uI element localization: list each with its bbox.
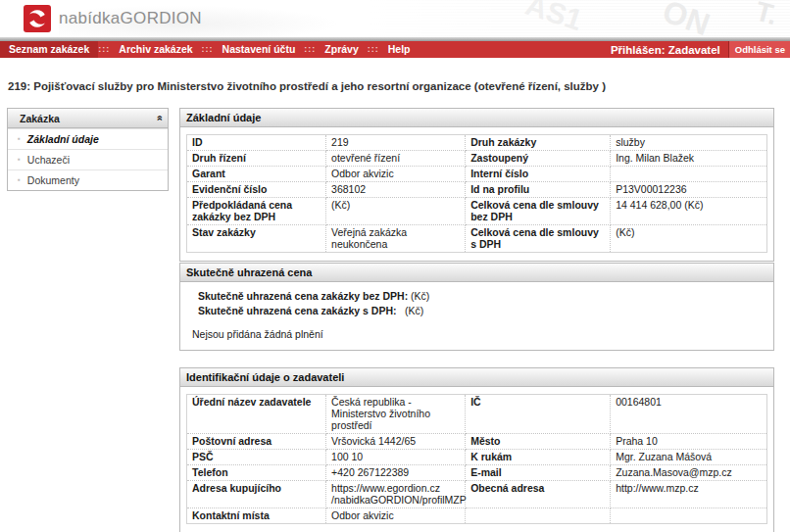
field-value: P13V00012236 (611, 182, 767, 198)
field-label: E-mail (466, 465, 611, 481)
sidebar: Zakázka » ▪ Základní údaje ▪ Uchazeči ▪ … (7, 108, 169, 191)
field-label: Úřední název zadavatele (187, 395, 326, 434)
panel-basic-title: Základní údaje (180, 109, 773, 127)
watermark-text: AS1 (521, 0, 586, 37)
nav-separator-icon: ::: (98, 41, 110, 58)
table-row: Úřední název zadavatele Česká republika … (187, 395, 767, 434)
table-row: Stav zakázky Veřejná zakázka neukončena … (187, 225, 767, 253)
nav-item-help[interactable]: Help (379, 41, 420, 58)
nav-separator-icon: ::: (202, 41, 214, 58)
app-header: AS1 ON T. nabídkaGORDION (0, 0, 790, 37)
field-value: 368102 (326, 182, 466, 198)
field-label: Předpokládaná cena zakázky bez DPH (187, 198, 326, 225)
field-value: Zuzana.Masova@mzp.cz (611, 465, 767, 481)
field-label: Evidenční číslo (187, 182, 326, 198)
bullet-icon: ▪ (18, 176, 21, 184)
brand-name: nabídkaGORDION (59, 9, 202, 28)
field-label: Telefon (187, 465, 326, 481)
field-value: (Kč) (411, 290, 429, 302)
main-nav: Seznam zakázek ::: Archiv zakázek ::: Na… (0, 41, 790, 58)
watermark-text: T. (752, 0, 780, 31)
gordion-logo-icon (24, 5, 51, 32)
field-value: služby (611, 135, 767, 151)
table-row: Kontaktní místa Odbor akvizic (187, 508, 767, 524)
field-value (611, 508, 767, 524)
field-label: Interní číslo (466, 167, 611, 182)
field-label: Zastoupený (466, 151, 611, 167)
sidebar-title: Zakázka (20, 113, 60, 124)
table-row: Garant Odbor akvizic Interní číslo (187, 167, 767, 182)
field-value: 219 (326, 135, 466, 151)
watermark-text: ON (658, 0, 715, 37)
field-label: Skutečně uhrazená cena zakázky s DPH: (198, 304, 402, 318)
table-row: Adresa kupujícího https://www.egordion.c… (187, 481, 767, 508)
field-value: (Kč) (326, 198, 466, 225)
field-label: Druh zakázky (466, 135, 611, 151)
panel-basic-body: ID 219 Druh zakázky služby Druh řízení o… (180, 127, 773, 261)
field-value: 14 414 628,00 (Kč) (611, 198, 767, 225)
contracting-authority-table: Úřední název zadavatele Česká republika … (186, 394, 767, 524)
field-value: Odbor akvizic (326, 167, 466, 182)
panel-ident-title: Identifikační údaje o zadavateli (180, 368, 773, 387)
nav-separator-icon: ::: (304, 41, 316, 58)
sidebar-item-dokumenty[interactable]: ▪ Dokumenty (8, 169, 168, 190)
bullet-icon: ▪ (18, 135, 21, 143)
panel-paid-title: Skutečně uhrazená cena (180, 264, 773, 282)
field-value: Veřejná zakázka neukončena (326, 225, 466, 253)
nav-item-nastaveni-uctu[interactable]: Nastavení účtu (214, 41, 305, 58)
field-value: Mgr. Zuzana Mášová (611, 450, 767, 465)
field-value: 00164801 (611, 395, 767, 434)
field-label: Skutečně uhrazená cena zakázky bez DPH: (198, 289, 408, 304)
field-value: (Kč) (405, 305, 423, 316)
field-value: Ing. Milan Blažek (611, 151, 767, 167)
field-label (466, 508, 611, 524)
basic-info-table: ID 219 Druh zakázky služby Druh řízení o… (186, 134, 767, 253)
sidebar-item-zakladni-udaje[interactable]: ▪ Základní údaje (8, 128, 168, 149)
table-row: ID 219 Druh zakázky služby (187, 135, 767, 151)
field-value (611, 167, 767, 182)
sidebar-item-label: Základní údaje (27, 133, 99, 145)
table-row: PSČ 100 10 K rukám Mgr. Zuzana Mášová (187, 450, 767, 465)
field-value: http://www.mzp.cz (611, 481, 767, 508)
table-row: Poštovní adresa Vršovická 1442/65 Město … (187, 434, 767, 450)
table-row: Telefon +420 267122389 E-mail Zuzana.Mas… (187, 465, 767, 481)
field-label: Id na profilu (466, 182, 611, 198)
panel-paid-body: Skutečně uhrazená cena zakázky bez DPH: … (180, 282, 773, 350)
field-value: Praha 10 (611, 434, 767, 450)
nav-item-archiv-zakazek[interactable]: Archiv zakázek (110, 41, 201, 58)
sidebar-item-label: Dokumenty (27, 174, 79, 186)
logout-button[interactable]: Odhlásit se (728, 41, 790, 58)
field-value: (Kč) (611, 225, 767, 253)
collapse-chevron-icon[interactable]: » (153, 115, 164, 121)
field-label: Druh řízení (187, 151, 326, 167)
header-watermark: AS1 ON T. (369, 0, 790, 37)
empty-performance-note: Nejsou přidána žádná plnění (186, 318, 767, 342)
page-title: 219: Pojišťovací služby pro Ministerstvo… (8, 80, 772, 92)
bullet-icon: ▪ (18, 156, 21, 164)
nav-right-group: Přihlášen: Zadavatel Odhlásit se (611, 41, 790, 58)
panel-basic-info: Základní údaje ID 219 Druh zakázky služb… (179, 108, 774, 262)
field-value: Odbor akvizic (326, 508, 466, 524)
field-value: Česká republika - Ministerstvo životního… (326, 395, 466, 434)
nav-separator-icon: ::: (368, 41, 379, 58)
nav-item-seznam-zakazek[interactable]: Seznam zakázek (0, 41, 98, 58)
panel-paid-price: Skutečně uhrazená cena Skutečně uhrazená… (179, 263, 774, 351)
field-value: +420 267122389 (326, 465, 466, 481)
paid-line: Skutečně uhrazená cena zakázky bez DPH: … (186, 289, 767, 304)
nav-item-zpravy[interactable]: Zprávy (316, 41, 367, 58)
field-label: IČ (466, 395, 611, 434)
field-label: ID (187, 135, 326, 151)
field-label: Město (466, 434, 611, 450)
panel-contracting-authority: Identifikační údaje o zadavateli Úřední … (179, 367, 774, 532)
field-label: Stav zakázky (187, 225, 326, 253)
home-logo-link[interactable]: nabídkaGORDION (24, 5, 229, 32)
field-label: Kontaktní místa (187, 508, 326, 524)
field-label: Adresa kupujícího (187, 481, 326, 508)
field-value: Vršovická 1442/65 (326, 434, 466, 450)
field-label: Celková cena dle smlouvy s DPH (466, 225, 611, 253)
field-value: https://www.egordion.cz /nabidkaGORDION/… (326, 481, 466, 508)
sidebar-item-label: Uchazeči (27, 154, 70, 166)
table-row: Předpokládaná cena zakázky bez DPH (Kč) … (187, 198, 767, 225)
panel-ident-body: Úřední název zadavatele Česká republika … (180, 387, 773, 532)
sidebar-item-uchazeci[interactable]: ▪ Uchazeči (8, 149, 168, 169)
